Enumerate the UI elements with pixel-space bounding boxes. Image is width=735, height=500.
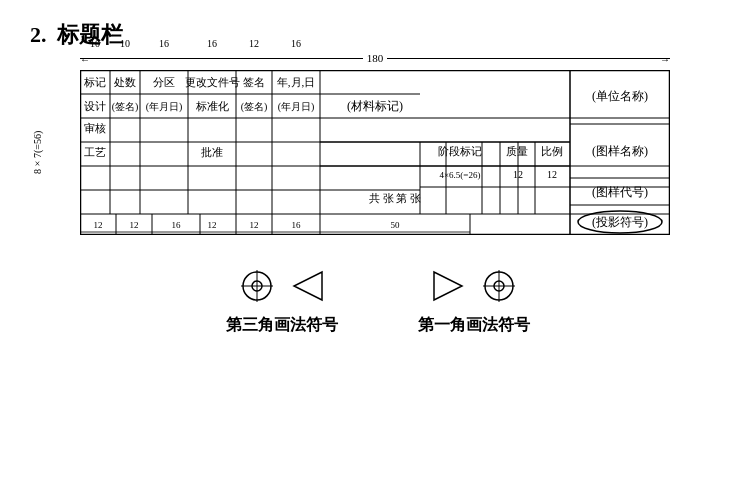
top-dim-label: 180 xyxy=(367,52,384,64)
third-angle-circle xyxy=(236,265,278,307)
section-number: 2. xyxy=(30,22,47,48)
svg-text:12: 12 xyxy=(94,220,103,230)
svg-text:4×6.5(=26): 4×6.5(=26) xyxy=(440,170,481,180)
page-container: 2. 标题栏 ← 180 → 10 10 16 16 12 16 8×7(=56… xyxy=(0,0,735,500)
title-block-svg: 标记 处数 分区 更改文件号 签名 年,月,日 (材料标记) 设计 (签名) (… xyxy=(80,70,670,235)
svg-text:审核: 审核 xyxy=(84,122,106,134)
first-angle-group: 第一角画法符号 xyxy=(418,265,530,336)
svg-text:12: 12 xyxy=(547,169,557,180)
svg-text:签名: 签名 xyxy=(243,76,265,88)
svg-text:(图样名称): (图样名称) xyxy=(592,144,648,158)
top-dim-2: 10 xyxy=(110,38,140,49)
svg-marker-89 xyxy=(434,272,462,300)
symbols-section: 第三角画法符号 第一角画法符号 xyxy=(50,265,705,336)
svg-text:50: 50 xyxy=(391,220,401,230)
svg-marker-88 xyxy=(294,272,322,300)
svg-text:12: 12 xyxy=(208,220,217,230)
top-dim-5: 12 xyxy=(236,38,272,49)
top-dim-6: 16 xyxy=(272,38,320,49)
top-dim-line: ← 180 → xyxy=(80,52,670,64)
svg-text:(签名): (签名) xyxy=(112,101,139,113)
left-dim-label: 8×7(=56) xyxy=(32,131,43,174)
svg-text:(年月日): (年月日) xyxy=(278,101,315,113)
svg-text:年,月,日: 年,月,日 xyxy=(277,76,316,88)
first-angle-circle xyxy=(478,265,520,307)
svg-text:标记: 标记 xyxy=(83,76,106,88)
svg-text:批准: 批准 xyxy=(201,146,223,158)
top-dim-3: 16 xyxy=(140,38,188,49)
third-angle-group: 第三角画法符号 xyxy=(226,265,338,336)
svg-text:12: 12 xyxy=(130,220,139,230)
svg-text:更改文件号: 更改文件号 xyxy=(185,76,240,88)
svg-text:设计: 设计 xyxy=(84,100,106,112)
svg-text:阶段标记: 阶段标记 xyxy=(438,145,482,157)
top-dim-1: 10 xyxy=(80,38,110,49)
svg-text:分区: 分区 xyxy=(153,76,175,88)
third-angle-icons xyxy=(236,265,328,307)
top-subdims: 10 10 16 16 12 16 xyxy=(80,38,420,49)
svg-text:工艺: 工艺 xyxy=(84,146,106,158)
svg-text:(材料标记): (材料标记) xyxy=(347,99,403,113)
first-angle-triangle xyxy=(428,265,470,307)
svg-text:(图样代号): (图样代号) xyxy=(592,185,648,199)
svg-text:质量: 质量 xyxy=(506,145,528,157)
third-angle-triangle xyxy=(286,265,328,307)
diagram-container: ← 180 → 10 10 16 16 12 16 8×7(=56) xyxy=(80,70,705,247)
first-angle-icons xyxy=(428,265,520,307)
svg-text:12: 12 xyxy=(513,169,523,180)
svg-text:(单位名称): (单位名称) xyxy=(592,89,648,103)
svg-text:标准化: 标准化 xyxy=(195,100,229,112)
top-dim-4: 16 xyxy=(188,38,236,49)
svg-text:共 张    第 张: 共 张 第 张 xyxy=(369,192,421,204)
first-angle-label: 第一角画法符号 xyxy=(418,315,530,336)
svg-text:(签名): (签名) xyxy=(241,101,268,113)
svg-text:(年月日): (年月日) xyxy=(146,101,183,113)
svg-text:(投影符号): (投影符号) xyxy=(592,215,648,229)
left-dim: 8×7(=56) xyxy=(32,70,43,235)
svg-text:16: 16 xyxy=(172,220,182,230)
svg-text:12: 12 xyxy=(250,220,259,230)
svg-rect-0 xyxy=(81,71,670,235)
svg-text:处数: 处数 xyxy=(114,76,136,88)
svg-text:16: 16 xyxy=(292,220,302,230)
bottom-dim-arrows xyxy=(80,237,670,247)
svg-text:比例: 比例 xyxy=(541,145,563,157)
third-angle-label: 第三角画法符号 xyxy=(226,315,338,336)
